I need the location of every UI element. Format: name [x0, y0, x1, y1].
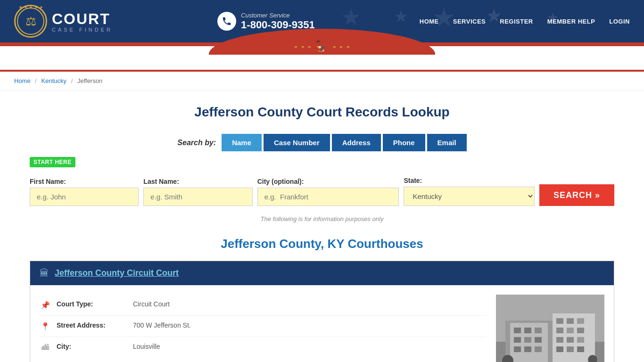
search-form: First Name: Last Name: City (optional): …: [30, 177, 614, 206]
tab-address[interactable]: Address: [332, 134, 381, 151]
svg-rect-18: [577, 318, 584, 324]
breadcrumb-county: Jefferson: [77, 77, 102, 84]
main-nav: HOME SERVICES REGISTER MEMBER HELP LOGIN: [420, 18, 630, 25]
state-label: State:: [404, 177, 535, 184]
tab-phone[interactable]: Phone: [383, 134, 425, 151]
svg-rect-21: [577, 328, 584, 333]
city-detail-label: City:: [57, 343, 127, 350]
court-type-icon: 📌: [40, 301, 51, 310]
breadcrumb-state[interactable]: Kentucky: [41, 77, 66, 84]
address-value: 700 W Jefferson St.: [133, 321, 191, 329]
search-button[interactable]: SEARCH »: [539, 184, 614, 206]
state-field: State: Kentucky Alabama Alaska Arizona C…: [404, 177, 535, 206]
svg-rect-26: [567, 346, 574, 352]
nav-member-help[interactable]: MEMBER HELP: [547, 18, 595, 25]
customer-service-label: Customer Service: [241, 12, 315, 19]
nav-services[interactable]: SERVICES: [453, 18, 486, 25]
first-name-label: First Name:: [30, 178, 139, 185]
city-detail-value: Louisville: [133, 343, 160, 350]
last-name-label: Last Name:: [143, 178, 252, 185]
svg-rect-10: [514, 337, 521, 343]
svg-rect-8: [524, 328, 531, 333]
nav-login[interactable]: LOGIN: [609, 18, 630, 25]
courthouse-image: [496, 295, 604, 362]
address-label: Street Address:: [57, 321, 127, 329]
city-label: City (optional):: [257, 178, 399, 185]
courthouse-card: 🏛 Jefferson County Circuit Court 📌 Court…: [30, 261, 614, 362]
svg-rect-17: [567, 318, 574, 324]
search-by-label: Search by:: [177, 139, 216, 147]
courthouse-body: 📌 Court Type: Circuit Court 📍 Street Add…: [30, 285, 614, 362]
tab-email[interactable]: Email: [427, 134, 467, 151]
main-content: Jefferson County Court Records Lookup Se…: [16, 90, 628, 362]
court-type-value: Circuit Court: [133, 300, 170, 308]
arch-eagle-row: ★ ★ ★ 🦅 ★ ★ ★: [293, 40, 350, 53]
svg-rect-9: [535, 328, 542, 333]
courthouse-header: 🏛 Jefferson County Circuit Court: [30, 261, 614, 285]
state-select[interactable]: Kentucky Alabama Alaska Arizona Californ…: [404, 187, 535, 206]
info-note: The following is for information purpose…: [30, 215, 614, 222]
courthouse-building-image: [496, 295, 604, 362]
courthouse-name-link[interactable]: Jefferson County Circuit Court: [55, 268, 179, 278]
courthouses-title: Jefferson County, KY Courthouses: [30, 237, 614, 251]
svg-rect-24: [577, 337, 584, 343]
tab-name[interactable]: Name: [222, 134, 262, 151]
svg-rect-11: [524, 337, 531, 343]
tab-case-number[interactable]: Case Number: [264, 134, 330, 151]
first-name-input[interactable]: [30, 188, 139, 206]
svg-rect-16: [556, 318, 563, 324]
svg-rect-12: [535, 337, 542, 343]
last-name-input[interactable]: [143, 188, 252, 206]
nav-home[interactable]: HOME: [420, 18, 439, 25]
detail-row-city: 🏙 City: Louisville: [40, 337, 487, 357]
svg-rect-14: [524, 346, 531, 352]
courthouse-details: 📌 Court Type: Circuit Court 📍 Street Add…: [40, 295, 487, 362]
address-icon: 📍: [40, 322, 51, 331]
court-type-label: Court Type:: [57, 300, 127, 308]
last-name-field: Last Name:: [143, 178, 252, 206]
svg-rect-23: [567, 337, 574, 343]
courthouse-icon: 🏛: [40, 268, 49, 279]
svg-rect-7: [514, 328, 521, 333]
detail-row-court-type: 📌 Court Type: Circuit Court: [40, 295, 487, 316]
svg-rect-20: [567, 328, 574, 333]
detail-row-address: 📍 Street Address: 700 W Jefferson St.: [40, 316, 487, 337]
breadcrumb-home[interactable]: Home: [14, 77, 31, 84]
svg-rect-27: [577, 346, 584, 352]
page-title: Jefferson County Court Records Lookup: [30, 105, 614, 120]
nav-register[interactable]: REGISTER: [500, 18, 533, 25]
city-input[interactable]: [257, 188, 399, 206]
start-here-badge: START HERE: [30, 157, 75, 167]
svg-rect-19: [556, 328, 563, 333]
svg-rect-25: [556, 346, 563, 352]
site-header: ⚖ ★ ★ ★ ★ ★ COURT CASE FINDER: [0, 0, 644, 70]
city-icon: 🏙: [40, 343, 51, 352]
search-by-row: Search by: Name Case Number Address Phon…: [30, 134, 614, 151]
svg-rect-15: [535, 346, 542, 352]
breadcrumb: Home / Kentucky / Jefferson: [0, 72, 644, 90]
svg-rect-13: [514, 346, 521, 352]
city-field: City (optional):: [257, 178, 399, 206]
first-name-field: First Name:: [30, 178, 139, 206]
svg-rect-22: [556, 337, 563, 343]
